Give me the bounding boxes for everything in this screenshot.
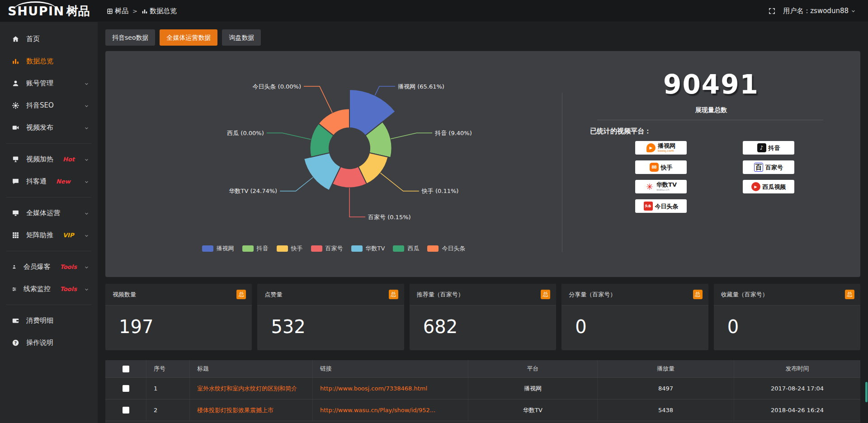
cell-plays: 5438 bbox=[597, 400, 734, 421]
sidebar-item-4[interactable]: 视频发布 bbox=[0, 117, 98, 139]
pie-label-抖音: 抖音 (9.40%) bbox=[434, 130, 472, 136]
video-title-link[interactable]: 室外水纹灯和室内水纹灯的区别和简介 bbox=[197, 385, 297, 393]
platform-name: 快手 bbox=[661, 164, 673, 170]
stat-card-0: 视频数量总197 bbox=[105, 284, 252, 350]
pie-label-播视网: 播视网 (65.61%) bbox=[398, 83, 444, 90]
fullscreen-icon bbox=[768, 7, 776, 15]
chevron-down-icon bbox=[84, 103, 90, 109]
scrollbar-thumb[interactable] bbox=[865, 382, 868, 402]
legend-item-西瓜[interactable]: 西瓜 bbox=[393, 244, 419, 253]
breadcrumb-home[interactable]: 树品 bbox=[107, 7, 128, 15]
video-url-link[interactable]: http://www.wasu.cn/Play/show/id/952... bbox=[320, 407, 435, 414]
legend-item-播视网[interactable]: 播视网 bbox=[202, 244, 234, 253]
pie-slice-播视网[interactable] bbox=[349, 89, 396, 136]
sidebar-item-3[interactable]: 抖音SEO bbox=[0, 94, 98, 117]
sidebar-item-label: 抖音SEO bbox=[26, 101, 54, 110]
legend-chip bbox=[202, 245, 213, 252]
vertical-divider bbox=[562, 93, 562, 252]
total-impressions-label: 展现量总数 bbox=[562, 106, 860, 114]
sliders-icon bbox=[12, 285, 17, 293]
row-checkbox[interactable] bbox=[123, 385, 129, 392]
sidebar-item-2[interactable]: 账号管理 bbox=[0, 72, 98, 94]
legend-label: 西瓜 bbox=[407, 244, 419, 253]
sidebar-divider bbox=[6, 143, 91, 144]
legend-label: 播视网 bbox=[217, 244, 234, 253]
scrollbar[interactable] bbox=[864, 22, 868, 423]
legend-item-抖音[interactable]: 抖音 bbox=[242, 244, 269, 253]
sidebar-item-9[interactable]: 会员爆客Tools bbox=[0, 256, 98, 278]
sidebar-item-8[interactable]: 矩阵助推VIP bbox=[0, 224, 98, 246]
username-menu[interactable]: 用户名：zswodun88 bbox=[783, 7, 856, 15]
pie-label-百家号: 百家号 (0.15%) bbox=[368, 214, 411, 221]
stat-card-value: 197 bbox=[105, 306, 252, 337]
legend-chip bbox=[242, 245, 254, 252]
stat-card-value: 532 bbox=[257, 306, 404, 337]
platform-domain: boosj.com bbox=[658, 150, 675, 153]
legend-chip bbox=[393, 245, 404, 252]
sidebar-item-label: 线索监控 bbox=[24, 285, 51, 293]
legend-chip bbox=[351, 245, 363, 252]
video-url-link[interactable]: http://www.boosj.com/7338468.html bbox=[320, 385, 427, 392]
topbar-right: 用户名：zswodun88 bbox=[768, 7, 868, 15]
sidebar-item-6[interactable]: 抖客通New bbox=[0, 170, 98, 193]
chevron-down-icon bbox=[84, 233, 90, 239]
sidebar-item-0[interactable]: 首页 bbox=[0, 28, 98, 50]
chevron-down-icon bbox=[84, 81, 90, 87]
chart-panel: 播视网 (65.61%)抖音 (9.40%)快手 (0.11%)百家号 (0.1… bbox=[105, 51, 860, 277]
sidebar-item-10[interactable]: 线索监控Tools bbox=[0, 278, 98, 300]
sidebar-item-7[interactable]: 全媒体运营 bbox=[0, 202, 98, 224]
chevron-down-icon bbox=[84, 157, 90, 163]
sidebar-item-badge: Tools bbox=[60, 286, 77, 292]
sidebar-item-1[interactable]: 数据总览 bbox=[0, 50, 98, 72]
platform-name: 抖音 bbox=[769, 145, 780, 151]
legend-label: 快手 bbox=[291, 244, 303, 253]
chart-legend: 播视网抖音快手百家号华数TV西瓜今日头条 bbox=[105, 244, 562, 253]
main-content: 抖音seo数据全媒体运营数据询盘数据 播视网 (65.61%)抖音 (9.40%… bbox=[98, 22, 868, 423]
bar-chart-icon bbox=[142, 8, 148, 14]
stat-card-label: 分享量（百家号） bbox=[569, 291, 616, 299]
tab-1[interactable]: 全媒体运营数据 bbox=[160, 29, 217, 46]
stat-card-value: 0 bbox=[561, 306, 708, 337]
member-icon bbox=[12, 263, 17, 271]
sidebar-item-5[interactable]: 视频加热Hot bbox=[0, 148, 98, 170]
logo-text-cn: 树品 bbox=[66, 3, 90, 19]
tab-bar: 抖音seo数据全媒体运营数据询盘数据 bbox=[105, 29, 860, 46]
select-all-checkbox[interactable] bbox=[123, 366, 129, 372]
svg-text:?: ? bbox=[14, 340, 17, 345]
fullscreen-icon[interactable] bbox=[768, 7, 776, 15]
sidebar-item-label: 视频发布 bbox=[26, 123, 53, 132]
sidebar-item-badge: Tools bbox=[60, 263, 77, 270]
total-badge: 总 bbox=[236, 290, 246, 299]
cell-index: 1 bbox=[146, 378, 189, 399]
sidebar-item-11[interactable]: 消费明细 bbox=[0, 310, 98, 332]
app-logo[interactable]: SHUPIN 树品 bbox=[0, 3, 98, 19]
platform-name: 播视网 bbox=[658, 143, 675, 149]
legend-item-今日头条[interactable]: 今日头条 bbox=[427, 244, 465, 253]
sidebar-item-12[interactable]: ?操作说明 bbox=[0, 332, 98, 354]
col-header-index: 序号 bbox=[146, 360, 189, 377]
legend-item-百家号[interactable]: 百家号 bbox=[311, 244, 343, 253]
platform-name: 百家号 bbox=[765, 164, 783, 170]
pie-label-快手: 快手 (0.11%) bbox=[421, 188, 459, 194]
sidebar-item-label: 账号管理 bbox=[26, 79, 53, 88]
chevron-down-icon bbox=[84, 211, 90, 216]
video-title-link[interactable]: 楼体投影灯投影效果震撼上市 bbox=[197, 406, 274, 414]
legend-item-华数TV[interactable]: 华数TV bbox=[351, 244, 385, 253]
breadcrumb-current[interactable]: 数据总览 bbox=[142, 7, 177, 15]
tab-0[interactable]: 抖音seo数据 bbox=[105, 29, 155, 46]
row-checkbox[interactable] bbox=[123, 407, 129, 414]
stat-card-value: 0 bbox=[714, 306, 860, 337]
breadcrumb-separator: > bbox=[132, 8, 137, 14]
wallet-icon bbox=[12, 317, 19, 324]
videos-table: 序号标题链接平台播放量发布时间1室外水纹灯和室内水纹灯的区别和简介http://… bbox=[105, 360, 860, 423]
sidebar-divider bbox=[6, 305, 91, 305]
toutiao-logo: 头条 bbox=[644, 202, 653, 211]
summary-panel: 90491 展现量总数 已统计的视频平台： ▶播视网boosj.com88快手✳… bbox=[562, 51, 860, 277]
total-impressions-value: 90491 bbox=[562, 69, 860, 100]
pie-label-华数TV: 华数TV (24.74%) bbox=[229, 188, 278, 194]
legend-item-快手[interactable]: 快手 bbox=[277, 244, 303, 253]
platform-badge-column-left: ▶播视网boosj.com88快手✳华数TVwasu.cn头条今日头条 bbox=[635, 141, 687, 213]
tab-2[interactable]: 询盘数据 bbox=[222, 29, 261, 46]
chevron-down-icon bbox=[84, 179, 90, 185]
col-header-link: 链接 bbox=[312, 360, 468, 377]
